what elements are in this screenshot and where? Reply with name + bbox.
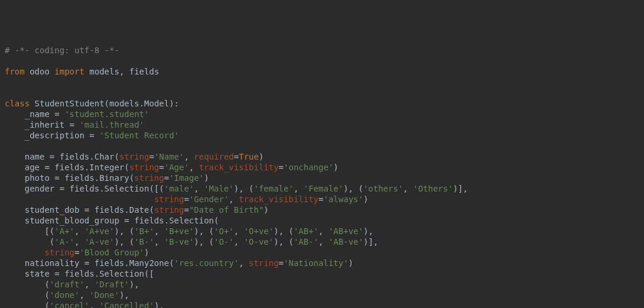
tok-arg: string bbox=[249, 258, 279, 268]
tok-string: 'B+ve' bbox=[164, 226, 194, 236]
tok-id: state = fields.Selection([ bbox=[5, 269, 154, 278]
tok-string: 'Name' bbox=[154, 152, 184, 161]
tok-string: 'others' bbox=[363, 184, 403, 193]
tok-string: 'O+ve' bbox=[244, 226, 274, 236]
tok-id: photo = fields.Binary( bbox=[5, 173, 134, 183]
tok-id: nationality = fields.Many2one( bbox=[5, 258, 174, 268]
tok-string: 'male' bbox=[164, 184, 194, 193]
tok-id: odoo bbox=[30, 67, 50, 76]
tok-keyword: True bbox=[239, 152, 259, 161]
tok-string: 'mail.thread' bbox=[79, 120, 144, 129]
tok-arg: string bbox=[154, 194, 184, 204]
tok-string: 'AB-' bbox=[294, 237, 318, 247]
tok-arg: string bbox=[129, 163, 160, 172]
tok-string: 'draft' bbox=[50, 280, 84, 289]
tok-string: 'O-' bbox=[214, 237, 234, 247]
tok-string: 'B-ve' bbox=[164, 237, 194, 247]
tok-pad: ( bbox=[5, 280, 50, 289]
tok-id: models, fields bbox=[89, 67, 159, 76]
tok-id: (models.Model): bbox=[105, 99, 179, 108]
tok-id: _name = bbox=[5, 109, 64, 119]
tok-pad: ( bbox=[5, 301, 50, 308]
tok-pad bbox=[5, 194, 154, 204]
tok-arg: track_visibility bbox=[199, 163, 279, 172]
tok-string: 'Nationality' bbox=[284, 258, 349, 268]
tok-string: 'B+' bbox=[134, 226, 154, 236]
tok-id: gender = fields.Selection([( bbox=[5, 184, 164, 193]
tok-string: 'Gender' bbox=[189, 194, 229, 204]
tok-arg: string bbox=[44, 248, 74, 257]
tok-string: 'res.country' bbox=[174, 258, 239, 268]
tok-string: 'O+' bbox=[214, 226, 234, 236]
tok-id: student_dob = fields.Date( bbox=[5, 205, 154, 215]
tok-string: 'AB+ve' bbox=[328, 226, 363, 236]
tok-string: 'AB+' bbox=[294, 226, 318, 236]
tok-string: 'Student Record' bbox=[99, 131, 179, 140]
tok-arg: string bbox=[119, 152, 149, 161]
tok-string: 'Done' bbox=[89, 290, 119, 300]
tok-arg: required bbox=[194, 152, 233, 161]
tok-string: 'A+' bbox=[54, 226, 74, 236]
tok-arg: string bbox=[154, 205, 184, 215]
tok-arg: track_visibility bbox=[239, 194, 318, 204]
tok-pad bbox=[5, 248, 44, 257]
code-editor[interactable]: # -*- coding: utf-8 -*- from odoo import… bbox=[5, 45, 639, 308]
tok-string: 'Others' bbox=[413, 184, 453, 193]
tok-keyword: import bbox=[54, 67, 84, 76]
tok-string: 'student.student' bbox=[64, 109, 149, 119]
tok-string: 'AB-ve' bbox=[328, 237, 363, 247]
tok-string: 'O-ve' bbox=[244, 237, 274, 247]
tok-string: 'A+ve' bbox=[84, 226, 115, 236]
tok-string: 'onchange' bbox=[284, 163, 333, 172]
tok-string: 'Blood Group' bbox=[79, 248, 144, 257]
tok-id: _inherit = bbox=[5, 120, 79, 129]
tok-string: 'done' bbox=[50, 290, 80, 300]
tok-pad: ( bbox=[5, 237, 54, 247]
tok-id: student_blood_group = fields.Selection( bbox=[5, 216, 219, 225]
tok-string: 'B-' bbox=[134, 237, 154, 247]
tok-string: 'Draft' bbox=[95, 280, 129, 289]
tok-arg: string bbox=[134, 173, 164, 183]
code-line: # -*- coding: utf-8 -*- bbox=[5, 46, 119, 55]
tok-string: 'Cancelled' bbox=[99, 301, 154, 308]
tok-keyword: class bbox=[5, 99, 30, 108]
tok-string: 'Age' bbox=[164, 163, 189, 172]
tok-string: 'Female' bbox=[304, 184, 343, 193]
tok-id: age = fields.Integer( bbox=[5, 163, 129, 172]
tok-string: 'cancel' bbox=[50, 301, 89, 308]
tok-string: "Date of Birth" bbox=[189, 205, 264, 215]
tok-string: 'always' bbox=[323, 194, 363, 204]
tok-keyword: from bbox=[5, 67, 25, 76]
tok-id: _description = bbox=[5, 131, 99, 140]
tok-string: 'Image' bbox=[169, 173, 204, 183]
tok-string: 'female' bbox=[253, 184, 293, 193]
tok-string: 'Male' bbox=[204, 184, 234, 193]
tok-pad: ( bbox=[5, 290, 50, 300]
tok-class: StudentStudent bbox=[35, 99, 105, 108]
tok-id: name = fields.Char( bbox=[5, 152, 119, 161]
tok-string: 'A-ve' bbox=[84, 237, 115, 247]
tok-pad: [( bbox=[5, 226, 54, 236]
tok-string: 'A-' bbox=[54, 237, 74, 247]
